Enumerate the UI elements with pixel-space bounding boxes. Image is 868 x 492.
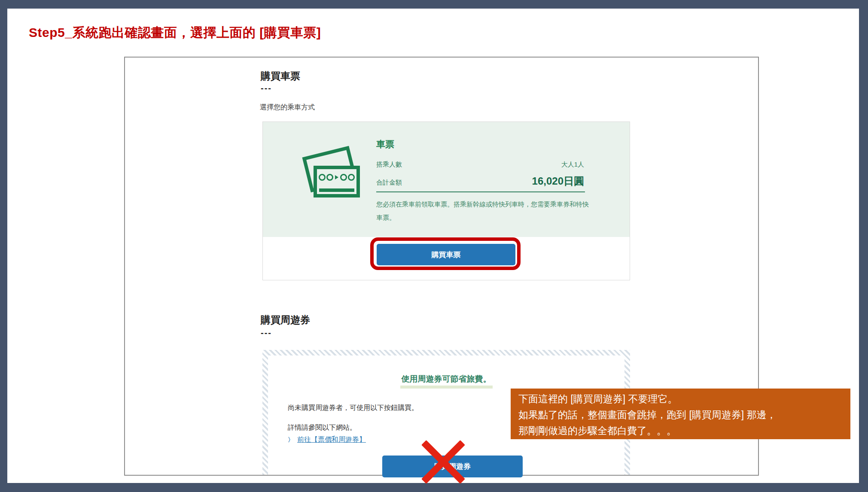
passenger-count-label: 搭乘人數 [376,161,402,169]
fares-passes-link[interactable]: 前往【票價和周遊券】 [297,435,366,444]
passenger-row: 搭乘人數 大人1人 [376,161,584,169]
passenger-count-value: 大人1人 [561,161,584,169]
total-amount-label: 合計金額 [376,179,402,187]
summary-divider [376,191,585,192]
ticket-icon-front [314,166,360,197]
fares-passes-link-row: 〉 前往【票價和周遊券】 [288,435,366,444]
choose-method-label: 選擇您的乘車方式 [260,103,315,112]
pickup-note: 您必須在乘車前領取車票。搭乘新幹線或特快列車時，您需要乘車券和特快車票。 [376,197,589,224]
buy-pass-heading: 購買周遊券 [261,313,310,327]
slide-title: Step5_系統跑出確認畫面，選擇上面的 [購買車票] [29,24,321,42]
ticket-icon-bar [319,188,354,192]
buy-tickets-heading: 購買車票 [261,70,300,83]
pass-promo-text: 使用周遊券可節省旅費。 [400,374,493,389]
card-title: 車票 [376,138,394,150]
annotation-line: 下面這裡的 [購買周遊券] 不要理它。 [518,391,845,407]
pass-info-line1: 尚未購買周遊券者，可使用以下按鈕購買。 [288,404,418,413]
ticket-card-summary: 車票 搭乘人數 大人1人 合計金額 16,020日圓 您必須在乘車前領取車票。搭… [263,122,630,237]
heading-dashes: --- [261,83,272,93]
annotation-line: 那剛剛做過的步驟全都白費了。。。 [518,423,845,439]
promo-row: 使用周遊券可節省旅費。 [268,374,624,389]
slide-background: Step5_系統跑出確認畫面，選擇上面的 [購買車票] 購買車票 --- 選擇您… [0,0,868,492]
highlight-ring [370,237,521,270]
ticket-icon [304,150,362,198]
annotation-box: 下面這裡的 [購買周遊券] 不要理它。 如果點了的話，整個畫面會跳掉，跑到 [購… [511,389,850,439]
ticket-icon-route-glyphs [317,174,356,181]
pass-info-line2: 詳情請參閱以下網站。 [288,423,356,432]
heading-dashes: --- [261,328,272,338]
chevron-right-icon: 〉 [288,436,294,444]
total-amount-value: 16,020日圓 [532,174,584,188]
total-row: 合計金額 16,020日圓 [376,174,584,188]
annotation-line: 如果點了的話，整個畫面會跳掉，跑到 [購買周遊券] 那邊， [518,407,845,423]
slide: Step5_系統跑出確認畫面，選擇上面的 [購買車票] 購買車票 --- 選擇您… [7,9,859,483]
